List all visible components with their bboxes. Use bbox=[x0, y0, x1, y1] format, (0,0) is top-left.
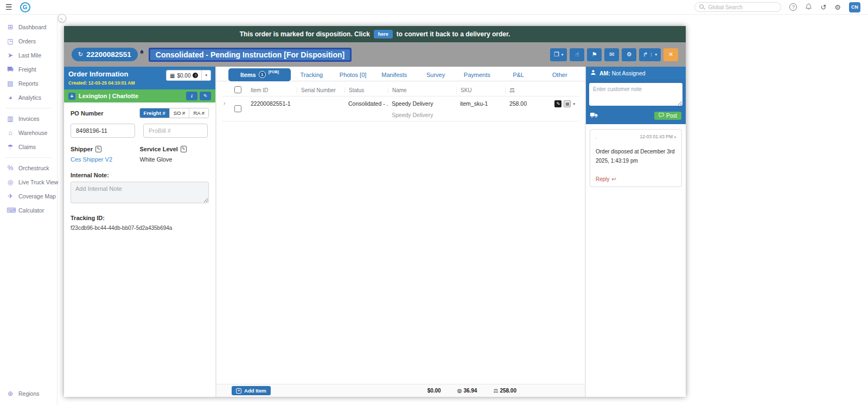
add-item-button[interactable]: + Add Item bbox=[232, 386, 271, 395]
shipper-link[interactable]: Ces Shipper V2 bbox=[71, 156, 140, 163]
settings-button[interactable]: ⚙ bbox=[622, 48, 636, 61]
tab-payments[interactable]: Payments bbox=[456, 72, 497, 78]
panel-resize-handle[interactable]: ↔ bbox=[58, 14, 66, 22]
col-serial-number: Serial Number bbox=[297, 87, 344, 93]
edit-item-icon[interactable]: ✎ bbox=[554, 100, 561, 107]
row-checkbox[interactable] bbox=[234, 105, 241, 112]
edit-service-level-icon[interactable]: ✎ bbox=[181, 146, 187, 152]
select-all-checkbox[interactable] bbox=[234, 86, 241, 93]
status-cell: Consolidated - ... bbox=[344, 100, 388, 107]
order-bell-icon[interactable] bbox=[139, 47, 144, 57]
freight-number-toggle[interactable]: Freight # bbox=[140, 108, 169, 118]
search-input[interactable] bbox=[708, 4, 776, 10]
shipper-label: Shipper bbox=[71, 146, 93, 152]
so-number-toggle[interactable]: SO # bbox=[169, 108, 189, 118]
share-button[interactable]: ↱ ▾ bbox=[639, 48, 661, 61]
sidebar-item-orchestruck[interactable]: % Orchestruck bbox=[0, 161, 57, 175]
note-timestamp[interactable]: 12-03 01:43 PM ▾ bbox=[640, 134, 676, 139]
sidebar-divider bbox=[5, 108, 52, 108]
sidebar-label: Calculator bbox=[18, 207, 44, 214]
flag-button[interactable]: ⚑ bbox=[587, 48, 602, 61]
sidebar-item-orders[interactable]: ◳ Orders bbox=[0, 34, 57, 48]
sidebar-label: Analytics bbox=[18, 94, 41, 101]
col-sku: SKU bbox=[456, 87, 505, 93]
sidebar-item-regions[interactable]: ⊕ Regions bbox=[0, 387, 57, 405]
help-icon[interactable]: ? bbox=[789, 3, 797, 11]
claims-icon: ☂ bbox=[7, 143, 14, 151]
post-note-button[interactable]: Post bbox=[654, 112, 681, 120]
live-truck-view-icon: ◎ bbox=[7, 178, 14, 186]
tab-tracking[interactable]: Tracking bbox=[291, 72, 332, 78]
expand-row-icon[interactable]: › bbox=[222, 100, 231, 106]
tab-items[interactable]: Items 1 [FOB] bbox=[228, 68, 291, 81]
expand-route-icon[interactable]: + bbox=[68, 93, 75, 100]
documents-button[interactable]: ❐ ▾ bbox=[550, 48, 567, 61]
tab-manifests[interactable]: Manifests bbox=[374, 72, 415, 78]
sidebar-label: Orders bbox=[18, 38, 36, 44]
reply-icon: ↩ bbox=[612, 176, 616, 182]
sidebar-item-coverage-map[interactable]: ✈ Coverage Map bbox=[0, 189, 57, 203]
edit-shipper-icon[interactable]: ✎ bbox=[95, 146, 101, 152]
global-search[interactable] bbox=[694, 2, 781, 12]
ra-number-toggle[interactable]: RA # bbox=[189, 108, 208, 118]
tab-survey[interactable]: Survey bbox=[415, 72, 456, 78]
history-icon[interactable]: ↺ bbox=[820, 4, 826, 11]
reply-link[interactable]: Reply ↩ bbox=[596, 176, 676, 182]
route-label: Lexington | Charlotte bbox=[79, 93, 138, 99]
route-info-button[interactable]: i bbox=[186, 92, 197, 100]
close-icon: ✕ bbox=[668, 51, 673, 58]
note-author: . bbox=[596, 134, 597, 139]
tab-pnl[interactable]: P&L bbox=[497, 72, 539, 78]
sidebar-item-live-truck-view[interactable]: ◎ Live Truck View bbox=[0, 175, 57, 189]
po-number-input[interactable] bbox=[71, 124, 135, 138]
order-title[interactable]: Consolidated - Pending Instruction [For … bbox=[149, 48, 352, 62]
col-status: Status bbox=[344, 87, 388, 93]
tab-photos[interactable]: Photos [0] bbox=[332, 72, 373, 78]
sidebar-item-freight[interactable]: ⛟ Freight bbox=[0, 62, 57, 76]
sidebar-item-last-mile[interactable]: ➤ Last Mile bbox=[0, 48, 57, 62]
document-icon: ❐ bbox=[554, 51, 559, 58]
hold-button[interactable]: ☝ bbox=[570, 48, 584, 61]
close-order-button[interactable]: ✕ bbox=[663, 48, 678, 61]
sidebar-item-reports[interactable]: ▤ Reports bbox=[0, 76, 57, 91]
tab-other[interactable]: Other bbox=[539, 72, 580, 78]
sidebar-item-invoices[interactable]: ▥ Invoices bbox=[0, 112, 57, 126]
chevron-down-icon: ▾ bbox=[674, 135, 676, 139]
order-information-panel: Order Information Created: 12-03-25 04:1… bbox=[64, 67, 216, 397]
hamburger-icon[interactable]: ☰ bbox=[5, 3, 12, 11]
sidebar-label: Regions bbox=[18, 390, 40, 397]
chevron-down-icon[interactable]: ▾ bbox=[573, 102, 575, 106]
gear-icon[interactable]: ⚙ bbox=[834, 4, 841, 11]
sidebar-item-warehouse[interactable]: ⌂ Warehouse bbox=[0, 126, 57, 140]
route-edit-button[interactable]: ✎ bbox=[200, 92, 211, 100]
item-menu-icon[interactable]: ▦ bbox=[564, 100, 571, 107]
sidebar-item-calculator[interactable]: ⌨ Calculator bbox=[0, 203, 57, 217]
chevron-down-icon[interactable]: ▾ bbox=[201, 70, 210, 80]
sidebar-item-analytics[interactable]: ◕ Analytics bbox=[0, 91, 57, 105]
volume-total: 36.94 bbox=[463, 388, 477, 394]
bell-icon[interactable] bbox=[805, 3, 812, 11]
order-amount-dropdown[interactable]: ▦ $0.00 ? ▾ bbox=[166, 70, 211, 81]
flag-icon: ⚑ bbox=[592, 51, 597, 58]
tabs-bar: Items 1 [FOB] Tracking Photos [0] Manife… bbox=[216, 67, 585, 81]
internal-note-input[interactable] bbox=[71, 182, 209, 203]
service-level-value: White Glove bbox=[140, 156, 209, 163]
probill-input[interactable] bbox=[143, 124, 208, 138]
sku-cell: item_sku-1 bbox=[456, 100, 505, 107]
convert-here-button[interactable]: here bbox=[374, 30, 393, 38]
item-row[interactable]: › 22200082551-1 Consolidated - ... Speed… bbox=[222, 97, 579, 121]
items-totals: $0.00 ◍ 36.94 ⚖ 258.00 bbox=[427, 388, 585, 394]
sidebar-item-claims[interactable]: ☂ Claims bbox=[0, 140, 57, 154]
sidebar-item-dashboard[interactable]: ⊞ Dashboard bbox=[0, 20, 57, 34]
items-footer: + Add Item $0.00 ◍ 36.94 ⚖ 258.00 bbox=[216, 384, 585, 397]
user-avatar[interactable]: CN bbox=[849, 2, 860, 12]
truck-icon[interactable] bbox=[590, 111, 598, 120]
order-id: 22200082551 bbox=[86, 50, 131, 59]
sidebar-divider bbox=[5, 157, 52, 158]
order-id-pill[interactable]: ↻ 22200082551 bbox=[72, 48, 138, 61]
customer-note-input[interactable] bbox=[589, 83, 682, 106]
email-button[interactable]: ✉ bbox=[604, 48, 619, 61]
person-icon bbox=[590, 69, 596, 76]
weight-column-icon: ⚖ bbox=[509, 87, 515, 93]
note-time-text: 12-03 01:43 PM bbox=[640, 134, 673, 139]
